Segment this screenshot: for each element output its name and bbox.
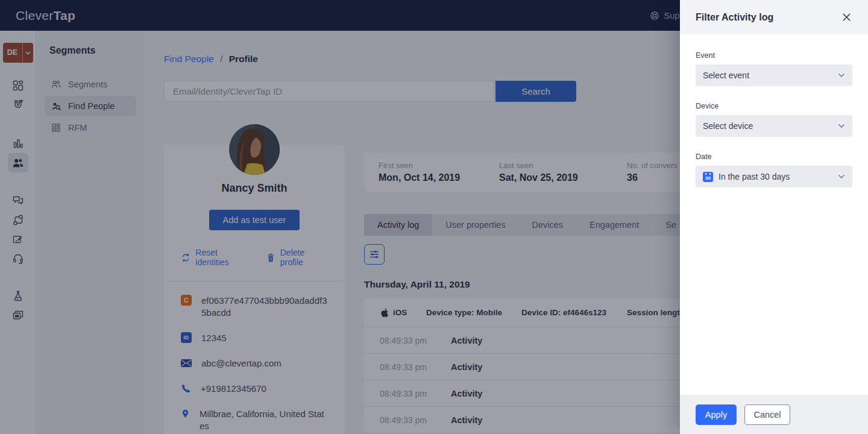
device-field: Device Select device [696, 102, 852, 137]
filter-activity-log-panel: Filter Activity log Event Select event D… [680, 0, 868, 434]
event-select[interactable]: Select event [696, 64, 852, 86]
date-select[interactable]: 30 In the past 30 days [696, 166, 852, 187]
close-panel-button[interactable] [841, 11, 852, 23]
close-icon [842, 13, 851, 22]
filter-panel-title: Filter Activity log [696, 12, 773, 23]
apply-button[interactable]: Apply [696, 404, 737, 425]
modal-dim-overlay[interactable] [0, 0, 680, 434]
device-field-label: Device [696, 102, 852, 110]
event-field: Event Select event [696, 51, 852, 86]
chevron-down-icon [838, 124, 845, 128]
chevron-down-icon [838, 174, 845, 179]
date-select-value: In the past 30 days [719, 172, 838, 181]
filter-panel-footer: Apply Cancel [680, 395, 868, 434]
date-field: Date 30 In the past 30 days [696, 153, 852, 187]
device-select-value: Select device [703, 121, 838, 131]
filter-panel-header: Filter Activity log [680, 0, 868, 34]
calendar-30-icon: 30 [703, 172, 713, 182]
filter-panel-body: Event Select event Device Select device … [680, 34, 868, 395]
cancel-button[interactable]: Cancel [744, 404, 790, 425]
device-select[interactable]: Select device [696, 115, 852, 137]
chevron-down-icon [838, 73, 845, 78]
event-select-value: Select event [703, 71, 838, 80]
date-field-label: Date [696, 153, 852, 161]
event-field-label: Event [696, 51, 852, 60]
